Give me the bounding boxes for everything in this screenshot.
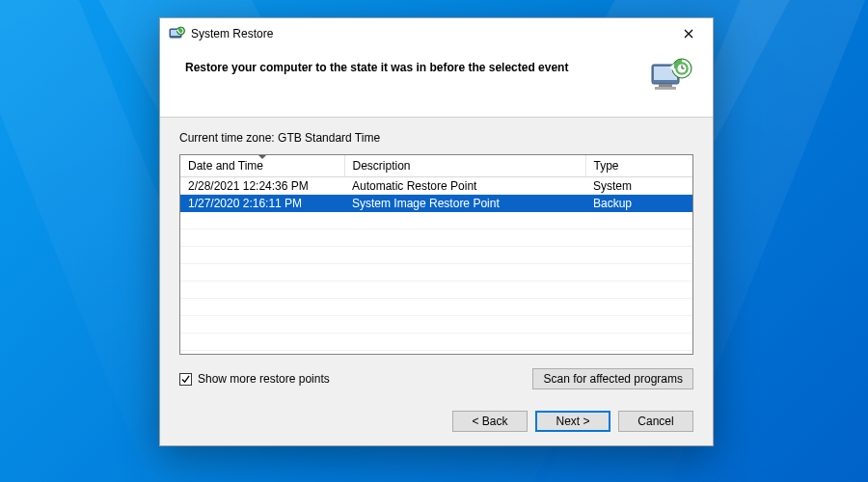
cancel-button[interactable]: Cancel	[618, 411, 693, 432]
svg-rect-7	[655, 87, 676, 90]
table-cell-date: 1/27/2020 2:16:11 PM	[180, 195, 344, 212]
table-cell-type: Backup	[585, 195, 692, 212]
show-more-restore-points-label: Show more restore points	[198, 372, 330, 386]
restore-header-icon	[649, 57, 693, 95]
table-row[interactable]: 2/28/2021 12:24:36 PMAutomatic Restore P…	[180, 177, 692, 195]
svg-rect-6	[659, 84, 672, 87]
system-restore-icon	[168, 25, 185, 42]
column-header-description[interactable]: Description	[344, 155, 585, 177]
column-header-type[interactable]: Type	[585, 155, 692, 177]
checkbox-icon	[179, 373, 192, 386]
page-heading: Restore your computer to the state it wa…	[185, 57, 630, 74]
back-button[interactable]: < Back	[452, 411, 528, 432]
table-row-empty	[180, 212, 692, 229]
table-cell-date: 2/28/2021 12:24:36 PM	[180, 177, 344, 195]
sort-descending-icon	[258, 155, 266, 159]
dialog-footer: < Back Next > Cancel	[160, 399, 713, 445]
table-row-empty	[180, 281, 692, 299]
show-more-restore-points-checkbox[interactable]: Show more restore points	[179, 372, 330, 386]
table-cell-desc: Automatic Restore Point	[344, 177, 585, 195]
table-row-empty	[180, 229, 692, 247]
table-cell-type: System	[585, 177, 692, 195]
window-title: System Restore	[191, 27, 672, 40]
column-header-date-label: Date and Time	[188, 159, 263, 173]
restore-points-table: Date and Time Description Type 2/28/2021…	[179, 154, 693, 355]
table-row-empty	[180, 316, 692, 334]
title-bar: System Restore	[160, 18, 713, 47]
table-row-empty	[180, 299, 692, 316]
timezone-label: Current time zone: GTB Standard Time	[179, 131, 693, 145]
dialog-body: Current time zone: GTB Standard Time Dat…	[160, 118, 713, 399]
table-row-empty	[180, 334, 692, 351]
dialog-header: Restore your computer to the state it wa…	[160, 47, 713, 118]
next-button[interactable]: Next >	[535, 411, 610, 432]
table-row[interactable]: 1/27/2020 2:16:11 PMSystem Image Restore…	[180, 195, 692, 212]
table-row-empty	[180, 247, 692, 264]
table-cell-desc: System Image Restore Point	[344, 195, 585, 212]
close-button[interactable]	[672, 24, 705, 43]
scan-affected-programs-button[interactable]: Scan for affected programs	[532, 368, 693, 389]
table-row-empty	[180, 264, 692, 281]
column-header-date[interactable]: Date and Time	[180, 155, 344, 177]
system-restore-dialog: System Restore Restore your computer to …	[159, 17, 714, 446]
